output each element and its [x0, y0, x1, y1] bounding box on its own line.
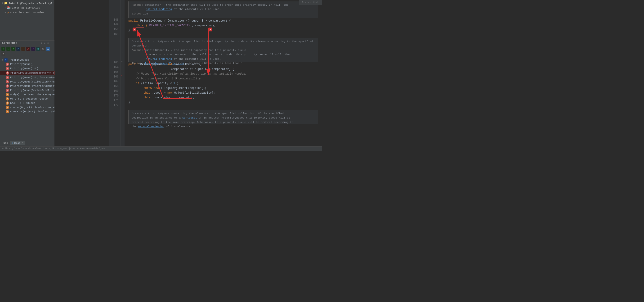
line-num-150: 150 [109, 27, 118, 32]
natural-ordering-link-3[interactable]: natural ordering [138, 125, 164, 128]
sorted-set-link[interactable]: SortedSet [182, 116, 197, 119]
icon-gray1[interactable]: ⊞ [41, 47, 45, 51]
natural-ordering-link-2[interactable]: natural ordering [146, 57, 172, 61]
settings-btn[interactable]: ⚙ [47, 42, 49, 45]
kw-int: int [168, 63, 173, 66]
struct-member-4[interactable]: m PriorityQueue(Collection<? extends E>) [0, 80, 54, 84]
struct-member-label-2: PriorityQueue(Comparator<? super E>) [10, 72, 54, 74]
doc-creates-3: Creates a PriorityQueue containing the e… [132, 111, 315, 116]
doc-sorted-3: collection is an instance of a SortedSet… [132, 116, 315, 120]
struct-member-8[interactable]: m offer(E): boolean ↑Queue [0, 97, 54, 101]
m-badge-3: m [6, 76, 9, 79]
line-num-151: 151 [109, 32, 118, 37]
struct-member-6[interactable]: m PriorityQueue(SortedSet<? extends E>) [0, 88, 54, 92]
run-tab[interactable]: ▶ main × [10, 141, 25, 145]
run-tab-close[interactable]: × [22, 141, 23, 145]
code-line-167: if (initialCapacity < 1 ) [128, 81, 318, 86]
icon-teal[interactable]: ◉ [36, 47, 40, 51]
struct-member-label-8: offer(E): boolean ↑Queue [10, 97, 48, 100]
code-line-165: // Note: This restriction of at least on… [128, 72, 318, 76]
line-num-163: 163 [109, 60, 118, 65]
doc-params-comparator-2: comparator – the comparator that will be… [132, 52, 315, 57]
sidebar-item-libraries-label: External Libraries [12, 7, 40, 9]
struct-member-3[interactable]: m PriorityQueue(int, Comparator<? super … [0, 75, 54, 80]
structure-toolbar: ≡ ⇅ ⚙ — [40, 42, 52, 45]
doc-since: Since: 1.8 [132, 12, 315, 16]
struct-class-node[interactable]: ▼ C PriorityQueue [0, 58, 54, 62]
structure-icons-row: ↕ ↓ ● P f A Y ◉ ⊞ ▲ ▼ [0, 46, 54, 57]
m-badge-6: m [6, 89, 9, 92]
line-num-164: 164 [109, 65, 118, 70]
main-content: ▼ 📁 IntellijProjects ~/IntellijProjects … [0, 0, 322, 151]
number-1: 1 [173, 82, 175, 85]
icon-active[interactable]: ▲ [46, 47, 50, 51]
line-num-171: 171 [109, 98, 118, 103]
fold-marker-148[interactable]: ◂ [121, 18, 122, 20]
doc-natural-1: natural ordering of the elements will be… [132, 7, 315, 11]
icon-gray2[interactable]: ▼ [2, 52, 5, 56]
sidebar-item-scratches[interactable]: ▶ ⚙ Scratches and Consoles [0, 10, 54, 15]
line149-comma: , comparator); [192, 24, 216, 27]
icon-green3[interactable]: ● [11, 47, 15, 51]
natural-ordering-link-1[interactable]: natural ordering [146, 8, 172, 11]
reader-mode-button[interactable]: Reader Mode [299, 0, 322, 5]
struct-member-5[interactable]: m PriorityQueue(PriorityQueue<? extends … [0, 84, 54, 88]
m-badge-1: m [6, 67, 9, 70]
icon-blue[interactable]: P [16, 47, 20, 51]
struct-member-1[interactable]: m PriorityQueue(int) [0, 66, 54, 71]
doc-natural-3: the natural ordering of its elements. [132, 124, 315, 129]
icon-orange[interactable]: f [21, 47, 25, 51]
icon-green2[interactable]: ↓ [6, 47, 10, 51]
this-keyword: this [136, 24, 144, 28]
code-line-149: this ( DEFAULT_INITIAL_CAPACITY , compar… [128, 23, 318, 28]
doc-block-3: Creates a PriorityQueue containing the e… [128, 110, 318, 124]
line171-brace: } [128, 101, 130, 104]
run-tab-icon: ▶ [12, 142, 13, 144]
initialcap: initialCapacity, [174, 63, 202, 66]
struct-member-10[interactable]: m remove(Object): boolean ↑AbstractColle… [0, 105, 54, 110]
arrow-icon: ▼ [2, 2, 3, 5]
code-content: 148 149 150 151 163 164 165 166 167 168 … [109, 0, 322, 149]
icon-red[interactable]: A [26, 47, 30, 51]
generic-148: <? super [186, 19, 202, 23]
line-num-170: 170 [109, 93, 118, 98]
struct-member-2[interactable]: m PriorityQueue(Comparator<? super E>) [0, 71, 54, 75]
sidebar-item-intellij[interactable]: ▼ 📁 IntellijProjects ~/IntellijProjects [0, 1, 54, 6]
fold-marker-163[interactable]: ◂ [121, 51, 122, 53]
sort-btn2[interactable]: ⇅ [44, 42, 46, 45]
status-bar: /Library/Java/JavaVirtualMachines/jdk1.8… [0, 146, 322, 151]
since-value: 1.8 [143, 12, 148, 15]
minimize-btn[interactable]: — [50, 42, 52, 45]
icon-purple[interactable]: Y [31, 47, 35, 51]
since-label: Since: [132, 12, 143, 15]
struct-member-9[interactable]: m peek(): E ↑Queue [0, 101, 54, 105]
run-bar: Run: ▶ main × [0, 139, 54, 146]
structure-tree: ▼ C PriorityQueue m PriorityQueue() m Pr… [0, 57, 54, 149]
struct-member-label-11: contains(Object): boolean ↑AbstractColle… [10, 110, 54, 113]
m-badge-0: m [6, 63, 9, 66]
classname-pq-163: PriorityQueue [140, 63, 162, 66]
code-lines: Params: comparator – the comparator that… [124, 0, 322, 149]
params-148: ( [164, 19, 166, 23]
params-163: ( [164, 63, 166, 66]
doc-params-1: Params: comparator – the comparator that… [132, 3, 315, 7]
kw-public-148: public [128, 19, 140, 23]
type-e-148: E [202, 19, 204, 23]
generic-164: <? super [190, 68, 205, 71]
icon-green1[interactable]: ↕ [2, 47, 5, 51]
comment-165: // Note: This restriction of at least on… [136, 72, 247, 76]
struct-member-11[interactable]: m contains(Object): boolean ↑AbstractCol… [0, 110, 54, 114]
struct-member-0[interactable]: m PriorityQueue() [0, 62, 54, 66]
run-tab-label: main [14, 142, 20, 144]
m-badge-7: m [6, 93, 9, 96]
sort-btn[interactable]: ≡ [40, 42, 42, 45]
kw-if: if [136, 82, 141, 85]
sidebar-item-libraries[interactable]: ▶ 📚 External Libraries [0, 6, 54, 10]
default-capacity: DEFAULT_INITIAL_CAPACITY [149, 24, 190, 27]
struct-member-label-7: add(E): boolean ↑AbstractQueue [10, 93, 54, 96]
code-line-151 [128, 33, 318, 38]
struct-member-7[interactable]: m add(E): boolean ↑AbstractQueue [0, 92, 54, 97]
object-169: Object[initialCapacity]; [174, 91, 215, 95]
fold-marker-164[interactable]: ◂ [121, 60, 122, 63]
structure-title: Structure [2, 42, 17, 45]
